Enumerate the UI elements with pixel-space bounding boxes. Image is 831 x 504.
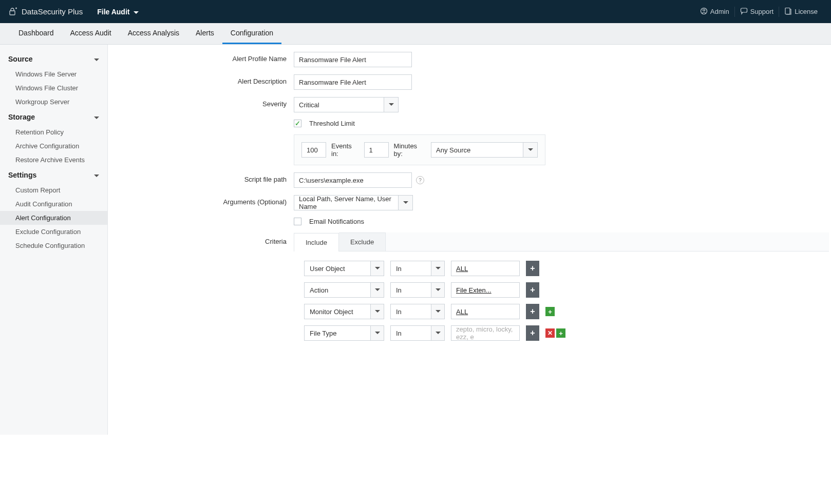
criteria-op-select[interactable]: In — [390, 325, 445, 341]
add-button[interactable]: + — [526, 325, 539, 341]
label-criteria: Criteria — [108, 232, 294, 245]
admin-icon — [700, 7, 708, 16]
criteria-field-select[interactable]: Action — [304, 282, 384, 298]
threshold-count-input[interactable] — [301, 142, 326, 158]
severity-select[interactable]: Critical — [294, 97, 399, 112]
svg-rect-4 — [785, 8, 790, 14]
license-link[interactable]: License — [779, 7, 823, 17]
criteria-row: File Type In zepto, micro, locky, ezz, e… — [304, 325, 829, 341]
label-arguments: Arguments (Optional) — [108, 195, 294, 206]
minutes-by-label: Minutes by: — [394, 142, 426, 158]
criteria-row: Action In File Exten... + — [304, 282, 829, 298]
label-script-path: Script file path — [108, 172, 294, 183]
criteria-tab-include[interactable]: Include — [294, 233, 339, 251]
sidebar-item-exclude-configuration[interactable]: Exclude Configuration — [0, 225, 107, 239]
script-path-input[interactable] — [294, 172, 412, 188]
module-dropdown[interactable]: File Audit — [97, 8, 139, 16]
sidebar-item-schedule-configuration[interactable]: Schedule Configuration — [0, 239, 107, 253]
navtabs: Dashboard Access Audit Access Analysis A… — [0, 23, 831, 45]
criteria-op-select[interactable]: In — [390, 282, 445, 298]
admin-link[interactable]: Admin — [695, 7, 734, 17]
sidebar-item-restore-archive-events[interactable]: Restore Archive Events — [0, 153, 107, 167]
main-content: Alert Profile Name Alert Description Sev… — [108, 45, 831, 435]
sidebar-header-storage[interactable]: Storage — [0, 109, 107, 125]
events-in-label: Events in: — [331, 142, 359, 158]
criteria-body: User Object In ALL + Action — [294, 251, 829, 341]
threshold-box: Events in: Minutes by: Any Source — [294, 134, 545, 165]
tab-access-audit[interactable]: Access Audit — [62, 23, 120, 44]
add-group-button[interactable]: + — [556, 328, 565, 338]
sidebar-item-windows-file-server[interactable]: Windows File Server — [0, 67, 107, 81]
svg-point-2 — [703, 9, 705, 11]
tab-dashboard[interactable]: Dashboard — [10, 23, 62, 44]
severity-value: Critical — [294, 97, 384, 112]
caret-down-icon — [94, 55, 99, 63]
chevron-down-icon[interactable] — [371, 282, 384, 298]
sidebar-item-audit-configuration[interactable]: Audit Configuration — [0, 197, 107, 211]
criteria-tabs: Include Exclude — [294, 232, 829, 251]
help-icon[interactable]: ? — [416, 176, 424, 184]
add-button[interactable]: + — [526, 282, 539, 298]
chevron-down-icon[interactable] — [431, 325, 445, 341]
criteria-tab-exclude[interactable]: Exclude — [339, 232, 386, 251]
chevron-down-icon[interactable] — [384, 97, 399, 112]
criteria-op-select[interactable]: In — [390, 304, 445, 319]
sidebar-item-windows-file-cluster[interactable]: Windows File Cluster — [0, 81, 107, 95]
email-checkbox[interactable] — [294, 218, 301, 225]
license-icon — [784, 7, 792, 16]
chevron-down-icon[interactable] — [431, 304, 445, 319]
label-severity: Severity — [108, 97, 294, 108]
criteria-value[interactable]: File Exten... — [451, 282, 520, 298]
criteria-field-select[interactable]: File Type — [304, 325, 384, 341]
lock-plus-icon — [8, 7, 17, 16]
criteria-value[interactable]: zepto, micro, locky, ezz, e — [451, 325, 520, 341]
profile-name-input[interactable] — [294, 52, 412, 67]
arguments-select[interactable]: Local Path, Server Name, User Name — [294, 195, 413, 210]
brand: DataSecurity Plus — [8, 7, 83, 16]
svg-rect-0 — [10, 11, 15, 15]
criteria-row: Monitor Object In ALL + + — [304, 304, 829, 319]
chevron-down-icon[interactable] — [431, 282, 445, 298]
tab-alerts[interactable]: Alerts — [187, 23, 222, 44]
brand-text: DataSecurity Plus — [22, 7, 83, 16]
chevron-down-icon[interactable] — [431, 261, 445, 276]
caret-down-icon — [94, 171, 99, 179]
chevron-down-icon[interactable] — [399, 195, 413, 210]
label-description: Alert Description — [108, 74, 294, 85]
sidebar-item-archive-configuration[interactable]: Archive Configuration — [0, 139, 107, 153]
threshold-label: Threshold Limit — [309, 120, 355, 127]
chevron-down-icon[interactable] — [371, 325, 384, 341]
criteria-field-select[interactable]: Monitor Object — [304, 304, 384, 319]
arguments-value: Local Path, Server Name, User Name — [294, 195, 399, 210]
description-input[interactable] — [294, 74, 412, 90]
chevron-down-icon[interactable] — [523, 142, 538, 158]
remove-button[interactable]: ✕ — [545, 328, 555, 338]
chevron-down-icon[interactable] — [371, 261, 384, 276]
criteria-op-select[interactable]: In — [390, 261, 445, 276]
tab-access-analysis[interactable]: Access Analysis — [120, 23, 187, 44]
topbar: DataSecurity Plus File Audit Admin Suppo… — [0, 0, 831, 23]
threshold-source-select[interactable]: Any Source — [431, 142, 538, 158]
sidebar: Source Windows File Server Windows File … — [0, 45, 108, 435]
sidebar-item-custom-report[interactable]: Custom Report — [0, 183, 107, 197]
add-button[interactable]: + — [526, 304, 539, 319]
sidebar-item-retention-policy[interactable]: Retention Policy — [0, 125, 107, 139]
criteria-value[interactable]: ALL — [451, 261, 520, 276]
chevron-down-icon[interactable] — [371, 304, 384, 319]
support-link[interactable]: Support — [734, 7, 779, 17]
criteria-field-select[interactable]: User Object — [304, 261, 384, 276]
sidebar-header-source[interactable]: Source — [0, 51, 107, 67]
sidebar-item-workgroup-server[interactable]: Workgroup Server — [0, 95, 107, 109]
add-group-button[interactable]: + — [545, 307, 555, 316]
label-profile-name: Alert Profile Name — [108, 52, 294, 63]
caret-down-icon — [94, 113, 99, 121]
sidebar-header-settings[interactable]: Settings — [0, 167, 107, 183]
threshold-checkbox[interactable] — [294, 120, 301, 127]
tab-configuration[interactable]: Configuration — [222, 23, 281, 44]
caret-down-icon — [134, 8, 139, 16]
email-label: Email Notifications — [309, 218, 364, 225]
add-button[interactable]: + — [526, 261, 539, 276]
criteria-value[interactable]: ALL — [451, 304, 520, 319]
sidebar-item-alert-configuration[interactable]: Alert Configuration — [0, 211, 107, 225]
threshold-minutes-input[interactable] — [364, 142, 389, 158]
